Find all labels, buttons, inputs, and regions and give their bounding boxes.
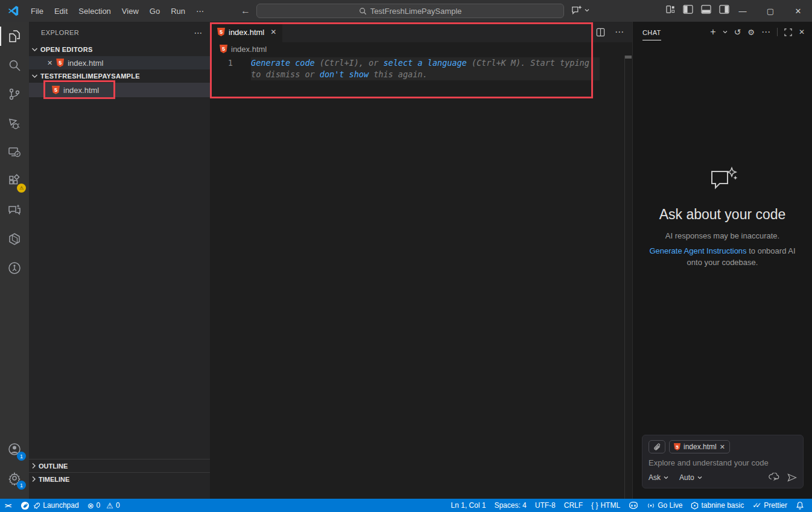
select-language-link[interactable]: select a language (383, 58, 466, 68)
new-chat-icon[interactable]: + (710, 27, 715, 37)
menu-edit[interactable]: Edit (49, 4, 73, 18)
chat-empty-state: Ask about your code AI responses may be … (633, 167, 812, 268)
explorer-more-actions-icon[interactable]: ⋯ (194, 28, 203, 37)
breadcrumb[interactable]: 5 index.html (210, 42, 632, 56)
workspace-section-header[interactable]: TESTFRESHLIMEPAYSAMPLE (29, 69, 210, 83)
tab-close-icon[interactable]: ✕ (270, 28, 276, 36)
launchpad-status-item[interactable]: Launchpad (16, 499, 83, 512)
chat-mode-dropdown[interactable]: Ask (649, 473, 668, 482)
copilot-chat-icon (571, 5, 583, 16)
remove-attachment-icon[interactable]: ✕ (720, 443, 725, 451)
double-check-icon: ✓✓ (752, 501, 761, 510)
generate-agent-instructions-link[interactable]: Generate Agent Instructions (649, 246, 746, 255)
copilot-status-icon[interactable] (624, 499, 642, 512)
window-maximize-button[interactable]: ▢ (756, 0, 784, 22)
remote-indicator[interactable]: >< (0, 499, 16, 512)
tab-label: index.html (229, 28, 264, 37)
voice-chat-icon[interactable] (769, 473, 780, 482)
code-area[interactable]: 1 Generate code (Ctrl+I), or select a la… (210, 56, 632, 80)
menu-selection[interactable]: Selection (73, 4, 116, 18)
chat-panel: CHAT + ↺ ⚙ ⋯ ✕ Ask about your code AI re… (632, 22, 812, 499)
open-editors-section-header[interactable]: OPEN EDITORS (29, 43, 210, 56)
tabnine-label: tabnine basic (701, 501, 744, 510)
scrollbar-thumb[interactable] (625, 56, 632, 59)
chat-expand-icon[interactable] (784, 28, 792, 36)
accounts-badge: 1 (17, 452, 26, 461)
activity-run-debug-icon[interactable] (0, 109, 29, 138)
timeline-section-header[interactable]: TIMELINE (29, 472, 210, 485)
braces-icon: { } (591, 501, 598, 510)
notifications-bell-icon[interactable] (791, 499, 808, 512)
editor-tab-bar: 5 index.html ✕ ⋯ (210, 22, 632, 42)
prettier-status[interactable]: ✓✓ Prettier (748, 499, 791, 512)
chat-input-placeholder[interactable]: Explore and understand your code (649, 458, 797, 467)
menu-run[interactable]: Run (165, 4, 191, 18)
search-icon (359, 7, 367, 15)
chat-input-box[interactable]: 5 index.html ✕ Explore and understand yo… (642, 435, 804, 488)
nav-back-icon[interactable]: ← (241, 5, 250, 16)
warnings-count: 0 (116, 501, 120, 510)
chevron-down-icon[interactable] (723, 30, 728, 34)
activity-remote-explorer-icon[interactable] (0, 138, 29, 167)
attached-file-chip[interactable]: 5 index.html ✕ (669, 440, 730, 453)
close-editor-icon[interactable]: ✕ (47, 59, 52, 67)
chat-more-actions-icon[interactable]: ⋯ (761, 27, 770, 37)
eol-status[interactable]: CRLF (560, 499, 587, 512)
chat-mode-value: Ask (649, 473, 661, 482)
tabnine-icon (691, 502, 699, 510)
chat-tab[interactable]: CHAT (642, 24, 661, 40)
window-minimize-button[interactable]: — (729, 0, 756, 22)
window-close-button[interactable]: ✕ (784, 0, 812, 22)
command-center-search[interactable]: TestFreshLimePaySample (256, 4, 564, 18)
go-live-label: Go Live (658, 501, 682, 510)
toggle-primary-sidebar-icon[interactable] (683, 5, 693, 14)
chat-settings-gear-icon[interactable]: ⚙ (747, 28, 755, 37)
copilot-menu-button[interactable] (571, 5, 589, 16)
open-editor-item[interactable]: ✕ 5 index.html (29, 56, 210, 69)
activity-containers-icon[interactable] (0, 225, 29, 254)
attach-context-button[interactable] (649, 440, 665, 453)
language-mode-status[interactable]: { } HTML (587, 499, 624, 512)
chat-close-icon[interactable]: ✕ (799, 28, 805, 36)
customize-layout-icon[interactable] (666, 5, 675, 14)
send-icon[interactable] (787, 473, 797, 482)
tabnine-status[interactable]: tabnine basic (687, 499, 748, 512)
split-editor-icon[interactable] (596, 28, 605, 37)
activity-explorer-icon[interactable] (0, 22, 29, 51)
activity-search-icon[interactable] (0, 51, 29, 80)
search-value: TestFreshLimePaySample (370, 7, 462, 16)
activity-tabnine-icon[interactable] (0, 254, 29, 283)
editor-scrollbar[interactable] (624, 56, 632, 499)
problems-status-item[interactable]: ⊗ 0 ⚠ 0 (83, 499, 124, 512)
menu-view[interactable]: View (116, 4, 144, 18)
settings-gear-icon[interactable]: 1 (0, 464, 29, 493)
chat-history-icon[interactable]: ↺ (734, 27, 741, 37)
dont-show-link[interactable]: don't show (320, 69, 369, 79)
tab-index-html[interactable]: 5 index.html ✕ (210, 22, 282, 42)
menu-overflow-icon[interactable]: ⋯ (191, 4, 209, 18)
activity-extensions-icon[interactable]: ⚠ (0, 167, 29, 196)
file-tree-item-index-html[interactable]: 5 index.html (29, 83, 210, 97)
menu-file[interactable]: File (25, 4, 49, 18)
generate-code-link[interactable]: Generate code (251, 58, 315, 68)
activity-source-control-icon[interactable] (0, 80, 29, 109)
accounts-icon[interactable]: 1 (0, 435, 29, 464)
chat-disclaimer: AI responses may be inaccurate. (633, 231, 812, 240)
indentation-status[interactable]: Spaces: 4 (490, 499, 530, 512)
cursor-position-status[interactable]: Ln 1, Col 1 (446, 499, 490, 512)
chevron-right-icon (31, 462, 36, 469)
chat-model-dropdown[interactable]: Auto (679, 473, 702, 482)
toggle-panel-icon[interactable] (701, 5, 711, 14)
encoding-status[interactable]: UTF-8 (531, 499, 560, 512)
outline-section-header[interactable]: OUTLINE (29, 459, 210, 472)
editor-more-actions-icon[interactable]: ⋯ (615, 27, 624, 37)
status-bar: >< Launchpad ⊗ 0 ⚠ 0 Ln 1, Col 1 Spaces:… (0, 499, 812, 512)
chat-model-value: Auto (679, 473, 694, 482)
broadcast-icon (647, 502, 655, 510)
go-live-status[interactable]: Go Live (642, 499, 687, 512)
file-tree-filename: index.html (63, 86, 99, 95)
toggle-secondary-sidebar-icon[interactable] (719, 5, 729, 14)
activity-chat-icon[interactable] (0, 196, 29, 225)
extensions-warning-badge: ⚠ (17, 184, 26, 193)
menu-go[interactable]: Go (144, 4, 165, 18)
